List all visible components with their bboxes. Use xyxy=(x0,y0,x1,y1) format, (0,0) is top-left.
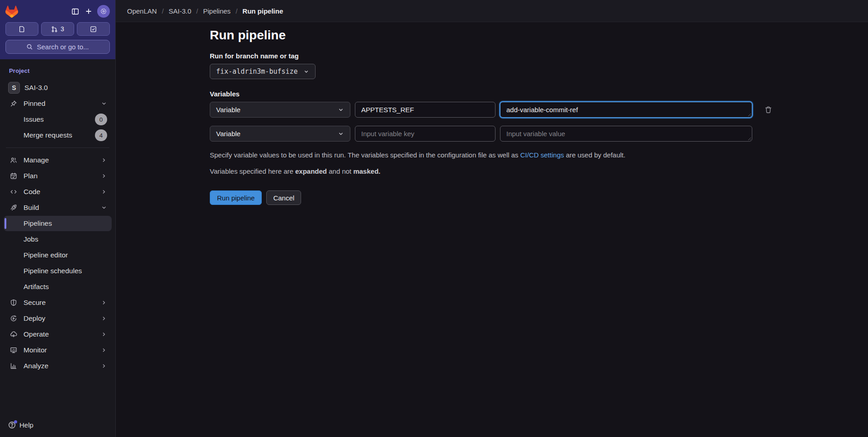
sidebar-item-label: Analyze xyxy=(24,362,48,370)
help-text-segment: are used by default. xyxy=(564,151,625,159)
chevron-right-icon xyxy=(101,173,107,179)
sidebar-item-secure[interactable]: Secure xyxy=(4,295,112,310)
app-window: 3 Search or go to... xyxy=(0,0,868,437)
sidebar-nav: Project S SAI-3.0 Pinned Issues 0 xyxy=(0,59,115,421)
gitlab-logo-icon xyxy=(5,5,18,18)
sidebar-item-analyze[interactable]: Analyze xyxy=(4,358,112,374)
sidebar-item-issues[interactable]: Issues 0 xyxy=(4,112,112,127)
sidebar-item-label: Jobs xyxy=(24,235,38,243)
plus-icon xyxy=(85,8,92,15)
breadcrumb-separator: / xyxy=(236,7,237,15)
sidebar-toggle-button[interactable] xyxy=(68,5,82,18)
sidebar-item-label: Monitor xyxy=(24,346,47,354)
chevron-down-icon xyxy=(338,131,344,137)
variable-value-input-1[interactable]: add-variable-commit-ref xyxy=(500,102,752,118)
issues-count-badge: 0 xyxy=(95,114,107,125)
breadcrumb-separator: / xyxy=(196,7,198,15)
topbar: OpenLAN / SAI-3.0 / Pipelines / Run pipe… xyxy=(116,0,868,22)
sidebar-item-deploy[interactable]: Deploy xyxy=(4,311,112,326)
sidebar-divider xyxy=(6,147,109,148)
sidebar-item-jobs[interactable]: Jobs xyxy=(4,232,112,247)
sidebar-item-pinned[interactable]: Pinned xyxy=(4,96,112,111)
branch-selector-dropdown[interactable]: fix-aldrin3m-bufsize xyxy=(210,64,316,79)
sidebar-item-label: Pipeline schedules xyxy=(24,267,82,275)
merge-requests-shortcut-button[interactable]: 3 xyxy=(41,22,74,36)
variable-value-input-2[interactable] xyxy=(500,126,752,142)
search-button-label: Search or go to... xyxy=(37,43,89,51)
sidebar-item-monitor[interactable]: Monitor xyxy=(4,342,112,358)
search-button[interactable]: Search or go to... xyxy=(5,40,110,54)
calendar-icon xyxy=(8,172,19,180)
help-text-bold: masked. xyxy=(353,167,380,175)
variable-type-value: Variable xyxy=(216,106,241,114)
help-notification-dot xyxy=(14,420,17,423)
chevron-right-icon xyxy=(101,363,107,369)
sidebar-item-project[interactable]: S SAI-3.0 xyxy=(4,80,112,95)
project-section-label: Project xyxy=(4,66,112,80)
run-pipeline-button[interactable]: Run pipeline xyxy=(210,190,262,205)
sidebar-item-label: Build xyxy=(24,204,39,212)
breadcrumb-group[interactable]: OpenLAN xyxy=(127,7,157,15)
cancel-button[interactable]: Cancel xyxy=(266,190,301,205)
pin-icon xyxy=(8,100,19,107)
todo-shortcut-button[interactable] xyxy=(77,22,110,36)
sidebar-item-label: Merge requests xyxy=(24,131,72,139)
variable-key-input-1[interactable] xyxy=(355,102,495,118)
sidebar-item-merge-requests[interactable]: Merge requests 4 xyxy=(4,128,112,143)
breadcrumb-project[interactable]: SAI-3.0 xyxy=(169,7,191,15)
user-avatar[interactable] xyxy=(97,5,110,18)
main-area: OpenLAN / SAI-3.0 / Pipelines / Run pipe… xyxy=(116,0,868,437)
issues-shortcut-button[interactable] xyxy=(5,22,38,36)
chevron-right-icon xyxy=(101,315,107,322)
shield-icon xyxy=(8,299,19,306)
trash-icon xyxy=(764,106,772,114)
merge-request-icon xyxy=(51,26,58,33)
rocket-icon xyxy=(8,204,19,211)
chevron-right-icon xyxy=(101,189,107,195)
sidebar-item-operate[interactable]: Operate xyxy=(4,327,112,342)
breadcrumb-current: Run pipeline xyxy=(242,7,283,15)
sidebar-item-pipeline-editor[interactable]: Pipeline editor xyxy=(4,247,112,263)
sidebar-header: 3 Search or go to... xyxy=(0,0,115,59)
chevron-down-icon xyxy=(338,107,344,113)
help-text-segment: Variables specified here are xyxy=(210,167,295,175)
search-icon xyxy=(26,43,33,50)
sidebar-item-artifacts[interactable]: Artifacts xyxy=(4,279,112,294)
sidebar-item-manage[interactable]: Manage xyxy=(4,152,112,168)
merge-requests-count-badge: 4 xyxy=(95,129,107,141)
issues-shortcut-icon xyxy=(19,26,25,33)
sidebar-item-build[interactable]: Build xyxy=(4,200,112,215)
sidebar-item-label: Pipelines xyxy=(24,219,52,228)
deploy-icon xyxy=(8,315,19,322)
breadcrumb-pipelines[interactable]: Pipelines xyxy=(203,7,231,15)
help-text-bold: expanded xyxy=(295,167,327,175)
sidebar-item-code[interactable]: Code xyxy=(4,184,112,200)
sidebar-item-label: Issues xyxy=(24,115,44,124)
sidebar-item-label: Secure xyxy=(24,299,46,307)
chevron-right-icon xyxy=(101,299,107,306)
sidebar-toggle-icon xyxy=(71,8,79,15)
cicd-settings-link[interactable]: CI/CD settings xyxy=(520,151,564,159)
breadcrumb: OpenLAN / SAI-3.0 / Pipelines / Run pipe… xyxy=(127,7,283,15)
variable-type-value: Variable xyxy=(216,130,241,138)
remove-variable-button[interactable] xyxy=(760,102,776,118)
todo-check-icon xyxy=(90,26,97,33)
sidebar-item-label: Pinned xyxy=(24,100,45,108)
sidebar-item-pipelines[interactable]: Pipelines xyxy=(4,216,112,231)
variable-type-select-2[interactable]: Variable xyxy=(210,126,350,142)
sidebar: 3 Search or go to... xyxy=(0,0,116,437)
monitor-icon xyxy=(8,347,19,354)
form-actions: Run pipeline Cancel xyxy=(210,190,850,205)
chevron-down-icon xyxy=(303,69,309,75)
variable-type-select-1[interactable]: Variable xyxy=(210,102,350,118)
variable-row-1: Variable add-variable-commit-ref xyxy=(210,102,850,118)
help-button[interactable]: Help xyxy=(8,421,33,429)
code-icon xyxy=(8,188,19,195)
variable-key-input-2[interactable] xyxy=(355,126,495,142)
sidebar-item-plan[interactable]: Plan xyxy=(4,168,112,184)
sidebar-item-label: Plan xyxy=(24,172,38,180)
variable-row-2: Variable xyxy=(210,126,850,142)
sidebar-item-pipeline-schedules[interactable]: Pipeline schedules xyxy=(4,263,112,279)
help-text-segment: Specify variable values to be used in th… xyxy=(210,151,520,159)
create-new-button[interactable] xyxy=(82,5,95,18)
